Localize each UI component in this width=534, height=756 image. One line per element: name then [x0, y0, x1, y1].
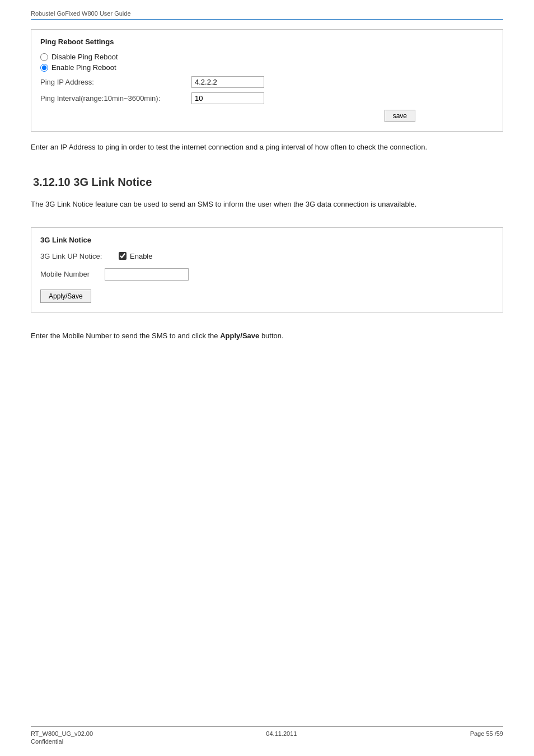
radio-enable[interactable]	[40, 64, 48, 72]
ping-interval-label: Ping Interval(range:10min~3600min):	[40, 94, 191, 102]
link-notice-intro: The 3G Link Notice feature can be used t…	[31, 199, 503, 211]
radio-group: Disable Ping Reboot Enable Ping Reboot	[40, 53, 494, 72]
description-suffix: button.	[259, 332, 283, 340]
footer-version: RT_W800_UG_v02.00	[31, 730, 93, 737]
save-button[interactable]: save	[385, 110, 415, 122]
radio-disable-label: Disable Ping Reboot	[51, 53, 118, 61]
footer-date: 04.11.2011	[266, 730, 297, 737]
ping-ip-input[interactable]	[191, 76, 264, 88]
description-prefix: Enter the Mobile Number to send the SMS …	[31, 332, 220, 340]
link-up-checkbox[interactable]	[119, 252, 127, 260]
enable-label: Enable	[130, 252, 152, 260]
mobile-number-label: Mobile Number	[40, 270, 105, 278]
radio-enable-label: Enable Ping Reboot	[51, 63, 116, 72]
description-bold: Apply/Save	[220, 332, 259, 340]
save-row: save	[40, 110, 494, 122]
ping-interval-input[interactable]	[191, 92, 264, 104]
footer-confidential: Confidential	[31, 738, 93, 745]
radio-disable[interactable]	[40, 53, 48, 61]
radio-enable-row: Enable Ping Reboot	[40, 63, 494, 72]
ping-reboot-section: Ping Reboot Settings Disable Ping Reboot…	[31, 29, 503, 132]
page-header: Robustel GoFixed W800 User Guide	[31, 10, 503, 20]
ping-interval-row: Ping Interval(range:10min~3600min):	[40, 92, 494, 104]
ping-reboot-description: Enter an IP Address to ping in order to …	[31, 142, 503, 153]
mobile-number-row: Mobile Number	[40, 268, 494, 281]
ping-ip-label: Ping IP Address:	[40, 78, 191, 86]
link-notice-box-title: 3G Link Notice	[40, 236, 494, 244]
mobile-number-input[interactable]	[105, 268, 189, 281]
header-title: Robustel GoFixed W800 User Guide	[31, 10, 131, 17]
link-notice-description: Enter the Mobile Number to send the SMS …	[31, 330, 503, 342]
apply-save-row: Apply/Save	[40, 290, 494, 303]
link-up-row: 3G Link UP Notice: Enable	[40, 252, 494, 260]
page-footer: RT_W800_UG_v02.00 Confidential 04.11.201…	[31, 726, 503, 745]
link-notice-section: 3G Link Notice 3G Link UP Notice: Enable…	[31, 227, 503, 312]
ping-ip-row: Ping IP Address:	[40, 76, 494, 88]
radio-disable-row: Disable Ping Reboot	[40, 53, 494, 61]
link-notice-heading: 3.12.10 3G Link Notice	[31, 176, 503, 189]
apply-save-button[interactable]: Apply/Save	[40, 290, 91, 303]
footer-page: Page 55 /59	[470, 730, 503, 737]
footer-left: RT_W800_UG_v02.00 Confidential	[31, 730, 93, 745]
link-up-label: 3G Link UP Notice:	[40, 252, 119, 260]
ping-reboot-title: Ping Reboot Settings	[40, 38, 494, 46]
